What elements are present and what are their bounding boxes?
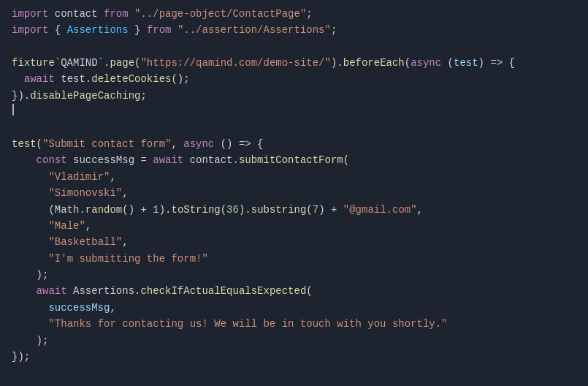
fn-test: test [12, 136, 37, 152]
code-line-7 [0, 104, 588, 120]
text-cursor [12, 104, 14, 116]
var-contact: contact [55, 6, 104, 22]
import-assertions: Assertions [67, 22, 129, 38]
fn-tostring: toString [171, 202, 220, 218]
fn-beforeeach: beforeEach [343, 55, 405, 71]
code-line-21: ); [0, 333, 588, 349]
str-email-suffix: "@gmail.com" [343, 202, 417, 218]
fn-fixture: fixture [12, 55, 55, 71]
code-line-3 [0, 39, 588, 55]
module-path-assertions: "../assertion/Assertions" [177, 22, 331, 38]
str-lastname: "Simonovski" [48, 185, 122, 201]
code-line-16: "I'm submitting the form!" [0, 251, 588, 267]
fn-random: random [85, 202, 122, 218]
code-line-1: import contact from "../page-object/Cont… [0, 6, 588, 22]
code-line-20: "Thanks for contacting us! We will be in… [0, 316, 588, 332]
code-line-12: "Simonovski", [0, 185, 588, 201]
keyword-import: import [12, 6, 55, 22]
code-line-10: const successMsg = await contact.submitC… [0, 152, 588, 168]
code-line-11: "Vladimir", [0, 169, 588, 185]
var-successmsg: successMsg, [12, 300, 116, 316]
fn-page: page [110, 55, 134, 71]
code-editor: import contact from "../page-object/Cont… [0, 0, 588, 386]
fn-submitcontactform: submitContactForm [239, 152, 343, 168]
fn-disablepagecaching: disablePageCaching [30, 88, 140, 104]
code-line-15: "Basketball", [0, 234, 588, 250]
str-firstname: "Vladimir" [48, 169, 110, 185]
keyword-from2: from [147, 22, 172, 38]
math-object: Math [55, 202, 80, 218]
keyword-import2: import [12, 22, 48, 38]
str-hobby: "Basketball" [48, 234, 122, 250]
code-line-6: }).disablePageCaching; [0, 88, 588, 104]
code-line-18: await Assertions.checkIfActualEqualsExpe… [0, 283, 588, 299]
str-test-name: "Submit contact form" [42, 136, 171, 152]
module-path-contact: "../page-object/ContactPage" [134, 6, 306, 22]
code-line-17: ); [0, 267, 588, 283]
code-line-8 [0, 120, 588, 136]
code-line-5: await test.deleteCookies(); [0, 71, 588, 87]
fn-substring: substring [251, 202, 307, 218]
code-line-9: test("Submit contact form", async () => … [0, 136, 588, 152]
str-url: "https://qamind.com/demo-site/" [140, 55, 330, 71]
str-message: "I'm submitting the form!" [48, 251, 207, 267]
keyword-from: from [104, 6, 134, 22]
str-expected-msg: "Thanks for contacting us! We will be in… [48, 316, 447, 332]
code-line-4: fixture`QAMIND`.page("https://qamind.com… [0, 55, 588, 71]
code-line-2: import { Assertions } from "../assertion… [0, 22, 588, 38]
code-line-19: successMsg, [0, 300, 588, 316]
fn-deletecookies: deleteCookies [91, 71, 171, 87]
param-test: test [454, 55, 478, 71]
code-line-22: }); [0, 349, 588, 365]
code-line-14: "Male", [0, 218, 588, 234]
str-gender: "Male" [48, 218, 85, 234]
fn-checkifactualequalsexpected: checkIfActualEqualsExpected [140, 283, 306, 299]
code-line-13: (Math.random() + 1).toString(36).substri… [0, 202, 588, 218]
